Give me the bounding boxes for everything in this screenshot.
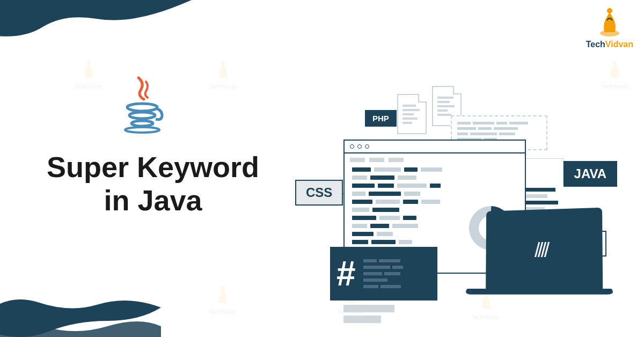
svg-point-1 — [607, 8, 612, 13]
svg-point-11 — [125, 127, 159, 133]
hash-code-block: # — [330, 247, 437, 301]
top-wave-decoration — [0, 0, 215, 64]
legend-bars — [526, 188, 558, 211]
watermark: TechVidvan — [70, 59, 107, 90]
stacked-bars — [343, 305, 394, 323]
laptop-icon — [467, 209, 617, 317]
svg-point-7 — [613, 61, 617, 65]
php-badge: PHP — [365, 110, 397, 127]
techvidvan-figure-icon — [596, 5, 623, 38]
brand-name: TechVidvan — [586, 40, 633, 49]
svg-point-4 — [221, 287, 225, 290]
document-icon — [397, 94, 427, 134]
svg-point-8 — [127, 104, 157, 111]
window-titlebar — [345, 141, 525, 153]
svg-point-3 — [221, 61, 225, 65]
svg-point-2 — [87, 61, 91, 65]
page-title: Super Keyword in Java — [38, 150, 268, 217]
svg-point-9 — [129, 112, 155, 119]
svg-point-10 — [131, 121, 153, 126]
programming-illustration: PHP CSS JAVA — [279, 86, 623, 322]
bottom-wave-decoration — [0, 289, 161, 337]
java-cup-icon — [118, 75, 166, 134]
watermark: TechVidvan — [204, 284, 241, 315]
connector-line — [526, 158, 564, 185]
brand-logo: TechVidvan — [586, 5, 633, 49]
watermark: TechVidvan — [204, 59, 241, 90]
java-badge: JAVA — [564, 161, 617, 187]
watermark: TechVidvan — [596, 59, 633, 90]
hash-icon: # — [336, 257, 356, 291]
css-badge: CSS — [295, 180, 343, 206]
